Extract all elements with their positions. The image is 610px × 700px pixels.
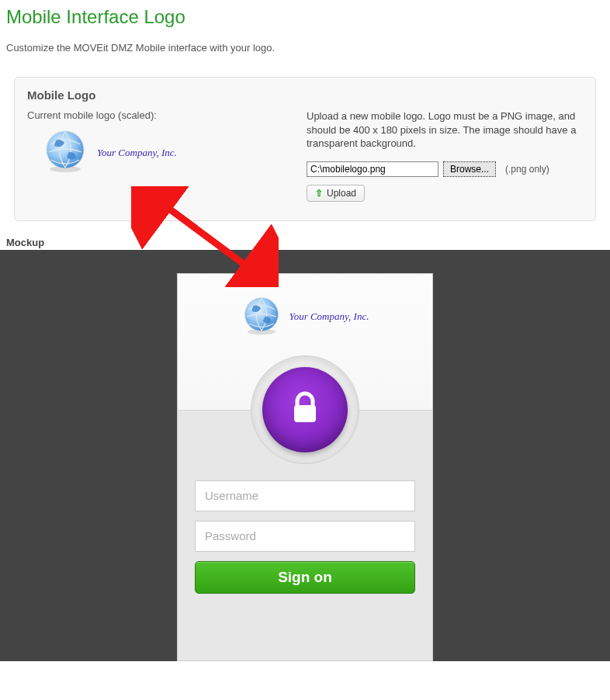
file-path-input[interactable] — [307, 161, 438, 177]
lock-badge — [251, 355, 359, 464]
upload-column: Upload a new mobile logo. Logo must be a… — [307, 109, 583, 202]
upload-arrow-icon: ⇧ — [315, 188, 323, 199]
svg-point-4 — [244, 297, 278, 331]
lock-badge-inner — [262, 367, 348, 452]
company-name-text: Your Company, Inc. — [97, 147, 177, 159]
current-logo-label: Current mobile logo (scaled): — [27, 109, 276, 121]
upload-button-label: Upload — [327, 188, 356, 199]
file-type-hint: (.png only) — [505, 164, 549, 175]
browse-button[interactable]: Browse... — [443, 161, 496, 177]
current-logo-column: Current mobile logo (scaled): — [27, 109, 276, 202]
globe-icon — [241, 296, 282, 338]
password-field[interactable] — [195, 521, 415, 552]
svg-rect-5 — [294, 405, 316, 422]
sign-on-button[interactable]: Sign on — [195, 561, 415, 594]
upload-button[interactable]: ⇧ Upload — [307, 185, 365, 202]
mobile-mockup-frame: Your Company, Inc. Sign on — [177, 273, 433, 661]
page-title: Mobile Interface Logo — [6, 6, 604, 28]
mockup-company-name-text: Your Company, Inc. — [289, 310, 369, 323]
mockup-logo: Your Company, Inc. — [241, 296, 369, 338]
page-description: Customize the MOVEit DMZ Mobile interfac… — [6, 42, 604, 54]
current-logo-preview: Your Company, Inc. — [27, 129, 276, 176]
mockup-heading: Mockup — [6, 237, 610, 248]
globe-icon — [43, 129, 88, 176]
mockup-area: Your Company, Inc. Sign on — [0, 250, 610, 661]
file-chooser-row: Browse... (.png only) — [307, 161, 583, 177]
panel-title: Mobile Logo — [27, 88, 583, 102]
lock-icon — [286, 390, 324, 429]
upload-description: Upload a new mobile logo. Logo must be a… — [307, 109, 583, 151]
username-field[interactable] — [195, 480, 415, 511]
mobile-logo-panel: Mobile Logo Current mobile logo (scaled)… — [14, 77, 596, 221]
svg-point-1 — [47, 131, 84, 168]
